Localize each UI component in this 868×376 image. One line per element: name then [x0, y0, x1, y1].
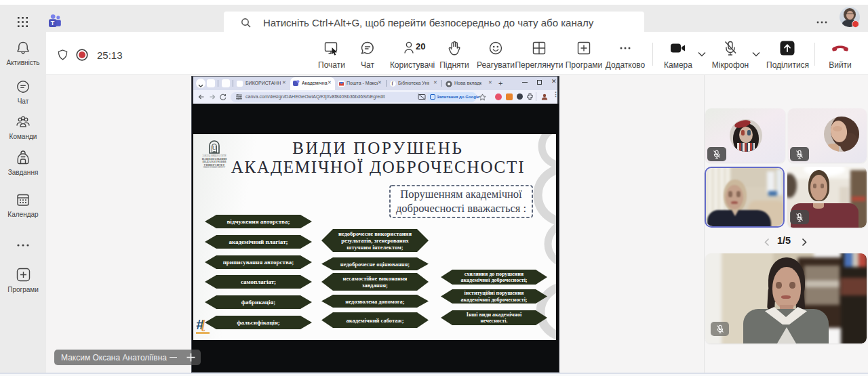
svg-text:20: 20	[416, 41, 425, 51]
svg-text:T: T	[51, 20, 55, 26]
svg-text:f: f	[391, 81, 393, 87]
